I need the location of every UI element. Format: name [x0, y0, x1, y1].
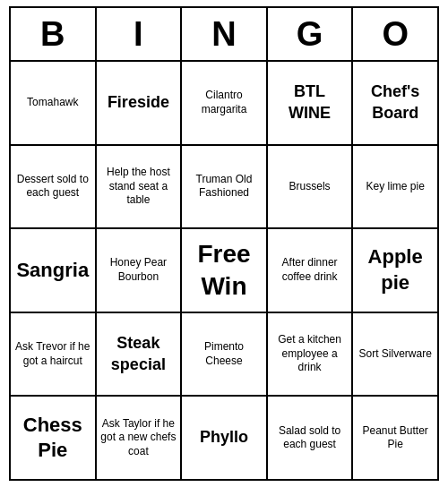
bingo-cell-0-2: Cilantro margarita: [182, 62, 268, 144]
bingo-cell-3-3: Get a kitchen employee a drink: [268, 313, 354, 396]
header-letter-O: O: [353, 8, 437, 60]
bingo-cell-1-4: Key lime pie: [353, 146, 437, 228]
bingo-cell-2-3: After dinner coffee drink: [268, 229, 354, 312]
bingo-cell-4-0: Chess Pie: [11, 397, 97, 479]
bingo-cell-2-0: Sangria: [11, 229, 97, 312]
bingo-cell-3-0: Ask Trevor if he got a haircut: [11, 313, 97, 396]
bingo-cell-1-2: Truman Old Fashioned: [182, 146, 268, 228]
bingo-cell-4-2: Phyllo: [182, 397, 268, 479]
header-letter-G: G: [268, 8, 354, 60]
bingo-card: BINGO TomahawkFiresideCilantro margarita…: [9, 6, 439, 481]
bingo-cell-1-0: Dessert sold to each guest: [11, 146, 97, 228]
bingo-cell-0-1: Fireside: [97, 62, 183, 144]
bingo-cell-3-1: Steak special: [97, 313, 183, 396]
bingo-cell-3-2: Pimento Cheese: [182, 313, 268, 396]
bingo-row-3: Ask Trevor if he got a haircutSteak spec…: [11, 313, 437, 397]
bingo-cell-4-1: Ask Taylor if he got a new chefs coat: [97, 397, 183, 479]
bingo-cell-2-2: Free Win: [182, 229, 268, 312]
bingo-cell-2-1: Honey Pear Bourbon: [97, 229, 183, 312]
bingo-cell-2-4: Apple pie: [353, 229, 437, 312]
bingo-row-2: SangriaHoney Pear BourbonFree WinAfter d…: [11, 229, 437, 313]
bingo-cell-4-4: Peanut Butter Pie: [353, 397, 437, 479]
bingo-cell-1-1: Help the host stand seat a table: [97, 146, 183, 228]
bingo-grid: TomahawkFiresideCilantro margaritaBTL WI…: [11, 62, 437, 479]
header-letter-B: B: [11, 8, 97, 60]
header-letter-I: I: [97, 8, 183, 60]
bingo-cell-0-4: Chef's Board: [353, 62, 437, 144]
bingo-cell-0-0: Tomahawk: [11, 62, 97, 144]
bingo-cell-0-3: BTL WINE: [268, 62, 354, 144]
bingo-cell-4-3: Salad sold to each guest: [268, 397, 354, 479]
bingo-row-0: TomahawkFiresideCilantro margaritaBTL WI…: [11, 62, 437, 146]
bingo-cell-1-3: Brussels: [268, 146, 354, 228]
bingo-cell-3-4: Sort Silverware: [353, 313, 437, 396]
bingo-row-4: Chess PieAsk Taylor if he got a new chef…: [11, 397, 437, 479]
bingo-header: BINGO: [11, 8, 437, 62]
bingo-row-1: Dessert sold to each guestHelp the host …: [11, 146, 437, 230]
header-letter-N: N: [182, 8, 268, 60]
